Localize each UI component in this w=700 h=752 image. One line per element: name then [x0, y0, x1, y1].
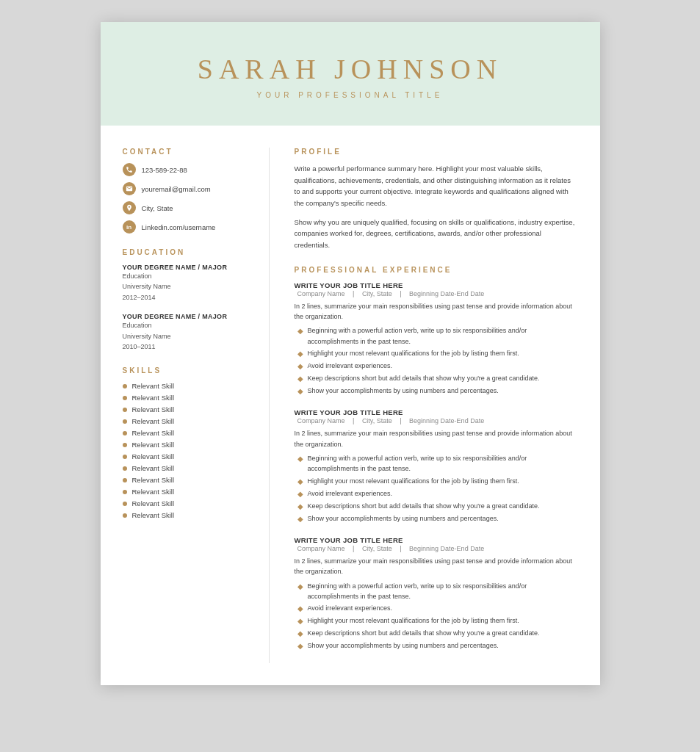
skill-item: Relevant Skill [123, 488, 254, 496]
edu-degree-2: YOUR DEGREE NAME / MAJOR [123, 313, 254, 320]
job-bullet: ◆Keep descriptions short but add details… [297, 628, 578, 639]
skill-item: Relevant Skill [123, 405, 254, 413]
job-entry-2: WRITE YOUR JOB TITLE HERE Company Name |… [295, 408, 578, 524]
skill-dot [123, 443, 127, 447]
skill-item: Relevant Skill [123, 382, 254, 390]
profile-para-2: Show why you are uniquely qualified, foc… [295, 217, 578, 251]
job-bullets-2: ◆Beginning with a powerful action verb, … [297, 453, 578, 524]
bullet-dot: ◆ [297, 615, 303, 626]
skill-dot [123, 408, 127, 412]
bullet-dot: ◆ [297, 348, 303, 359]
resume-header: SARAH JOHNSON YOUR PROFESSIONAL TITLE [101, 22, 600, 126]
location-text: City, State [142, 204, 173, 212]
edu-years-1: 2012–2014 [123, 292, 254, 303]
job-bullet: ◆Show your accomplishments by using numb… [297, 640, 578, 651]
skill-item: Relevant Skill [123, 511, 254, 519]
edu-type-1: Education [123, 271, 254, 281]
profile-section-title: PROFILE [295, 148, 578, 156]
profile-para-1: Write a powerful performance summary her… [295, 163, 578, 209]
email-icon [123, 182, 136, 195]
job-title-1: WRITE YOUR JOB TITLE HERE [295, 281, 578, 289]
candidate-name: SARAH JOHNSON [130, 53, 571, 85]
skill-dot [123, 396, 127, 400]
skill-dot [123, 419, 127, 424]
bullet-dot: ◆ [297, 453, 303, 474]
skill-dot [123, 431, 127, 435]
skill-dot [123, 466, 127, 471]
job-bullet: ◆Highlight your most relevant qualificat… [297, 348, 578, 359]
skill-item: Relevant Skill [123, 429, 254, 437]
bullet-dot: ◆ [297, 513, 303, 524]
location-icon [123, 201, 136, 214]
bullet-dot: ◆ [297, 373, 303, 384]
job-desc-3: In 2 lines, summarize your main responsi… [295, 556, 578, 577]
skill-dot [123, 384, 127, 388]
candidate-title: YOUR PROFESSIONAL TITLE [130, 91, 571, 99]
bullet-dot: ◆ [297, 386, 303, 397]
bullet-dot: ◆ [297, 640, 303, 651]
linkedin-icon: in [123, 220, 136, 234]
skill-dot [123, 455, 127, 459]
left-column: CONTACT 123-589-22-88 youremail@gmail.co… [123, 148, 270, 663]
skill-dot [123, 478, 127, 482]
edu-years-2: 2010–2011 [123, 341, 254, 352]
edu-entry-2: YOUR DEGREE NAME / MAJOR Education Unive… [123, 313, 254, 352]
job-bullet: ◆Highlight your most relevant qualificat… [297, 476, 578, 487]
job-entry-1: WRITE YOUR JOB TITLE HERE Company Name |… [295, 281, 578, 397]
right-column: PROFILE Write a powerful performance sum… [287, 148, 578, 663]
skill-dot [123, 490, 127, 494]
bullet-dot: ◆ [297, 361, 303, 372]
job-bullet: ◆Beginning with a powerful action verb, … [297, 581, 578, 602]
job-bullet: ◆Show your accomplishments by using numb… [297, 386, 578, 397]
contact-linkedin: in Linkedin.com/username [123, 220, 254, 234]
skill-item: Relevant Skill [123, 394, 254, 402]
job-title-2: WRITE YOUR JOB TITLE HERE [295, 408, 578, 416]
job-company-3: Company Name | City, State | Beginning D… [295, 545, 578, 552]
job-desc-1: In 2 lines, summarize your main responsi… [295, 301, 578, 322]
experience-section-title: PROFESSIONAL EXPERIENCE [295, 266, 578, 274]
bullet-dot: ◆ [297, 501, 303, 512]
job-bullet: ◆Beginning with a powerful action verb, … [297, 325, 578, 347]
job-bullets-1: ◆Beginning with a powerful action verb, … [297, 325, 578, 397]
linkedin-text: Linkedin.com/username [142, 223, 216, 231]
edu-university-1: University Name [123, 281, 254, 292]
edu-entry-1: YOUR DEGREE NAME / MAJOR Education Unive… [123, 264, 254, 303]
bullet-dot: ◆ [297, 476, 303, 487]
job-bullet: ◆Show your accomplishments by using numb… [297, 513, 578, 524]
edu-university-2: University Name [123, 331, 254, 341]
bullet-dot: ◆ [297, 581, 303, 602]
job-company-2: Company Name | City, State | Beginning D… [295, 417, 578, 424]
bullet-dot: ◆ [297, 325, 303, 347]
skill-item: Relevant Skill [123, 441, 254, 449]
bullet-dot: ◆ [297, 628, 303, 639]
job-bullet: ◆Avoid irrelevant experiences. [297, 488, 578, 499]
education-section-title: EDUCATION [123, 248, 254, 256]
job-bullet: ◆Avoid irrelevant experiences. [297, 603, 578, 614]
skill-item: Relevant Skill [123, 499, 254, 507]
edu-type-2: Education [123, 320, 254, 330]
job-company-1: Company Name | City, State | Beginning D… [295, 290, 578, 297]
phone-text: 123-589-22-88 [142, 166, 187, 174]
job-desc-2: In 2 lines, summarize your main responsi… [295, 428, 578, 449]
job-bullet: ◆Beginning with a powerful action verb, … [297, 453, 578, 474]
email-text: youremail@gmail.com [142, 185, 211, 193]
job-bullet: ◆Keep descriptions short but add details… [297, 501, 578, 512]
skill-item: Relevant Skill [123, 464, 254, 472]
contact-section-title: CONTACT [123, 148, 254, 156]
job-bullets-3: ◆Beginning with a powerful action verb, … [297, 581, 578, 652]
resume-body: CONTACT 123-589-22-88 youremail@gmail.co… [101, 126, 600, 685]
job-title-3: WRITE YOUR JOB TITLE HERE [295, 536, 578, 544]
skills-list: Relevant Skill Relevant Skill Relevant S… [123, 382, 254, 519]
job-entry-3: WRITE YOUR JOB TITLE HERE Company Name |… [295, 536, 578, 652]
resume-document: SARAH JOHNSON YOUR PROFESSIONAL TITLE CO… [101, 22, 600, 685]
skill-item: Relevant Skill [123, 476, 254, 484]
contact-email: youremail@gmail.com [123, 182, 254, 195]
contact-phone: 123-589-22-88 [123, 163, 254, 176]
bullet-dot: ◆ [297, 488, 303, 499]
phone-icon [123, 163, 136, 176]
job-bullet: ◆Keep descriptions short but add details… [297, 373, 578, 384]
edu-degree-1: YOUR DEGREE NAME / MAJOR [123, 264, 254, 271]
skills-section-title: SKILLS [123, 366, 254, 375]
skill-item: Relevant Skill [123, 452, 254, 460]
contact-location: City, State [123, 201, 254, 214]
